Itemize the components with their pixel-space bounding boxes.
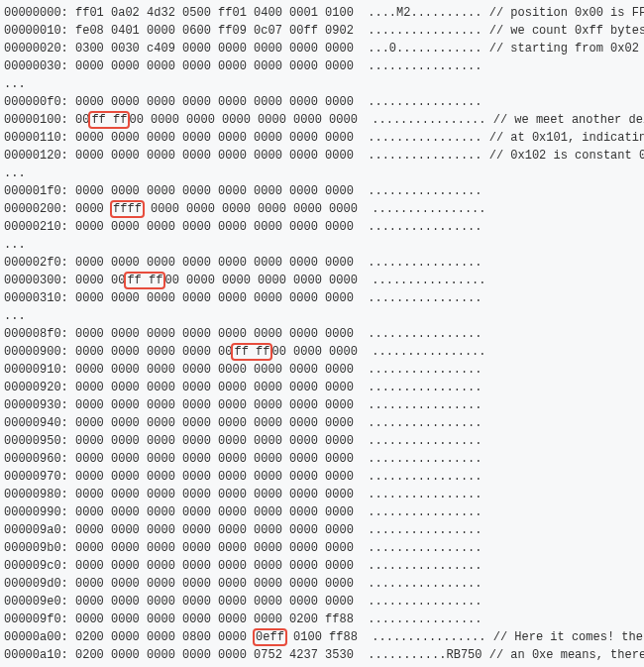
hex-text: 00000940: 0000 0000 0000 0000 0000 0000 … bbox=[4, 416, 482, 430]
hex-text: 00000990: 0000 0000 0000 0000 0000 0000 … bbox=[4, 505, 482, 519]
hexdump-line: ... bbox=[4, 165, 644, 182]
hex-text: 00000010: fe08 0401 0000 0600 ff09 0c07 … bbox=[4, 24, 644, 38]
hexdump-line: 000008f0: 0000 0000 0000 0000 0000 0000 … bbox=[4, 325, 644, 343]
hex-text: 00000100: 00 bbox=[4, 113, 89, 127]
hex-text: ... bbox=[4, 309, 26, 323]
hexdump-line: 00000100: 00ff ff00 0000 0000 0000 0000 … bbox=[4, 111, 644, 129]
hexdump-line: 00000020: 0300 0030 c409 0000 0000 0000 … bbox=[4, 40, 644, 57]
hexdump-line: 00000010: fe08 0401 0000 0600 ff09 0c07 … bbox=[4, 22, 644, 40]
hex-text: 000009a0: 0000 0000 0000 0000 0000 0000 … bbox=[4, 523, 482, 537]
hexdump-line: 00000a00: 0200 0000 0000 0800 0000 0eff … bbox=[4, 628, 644, 646]
highlight-delimiter: ff ff bbox=[124, 272, 165, 289]
hex-text: 00000020: 0300 0030 c409 0000 0000 0000 … bbox=[4, 42, 639, 56]
highlight-delimiter: ff ff bbox=[231, 343, 272, 361]
hex-text: 00000a10: 0200 0000 0000 0000 0000 0752 … bbox=[4, 648, 644, 662]
hex-text: ... bbox=[4, 167, 26, 180]
hexdump-line: 00000940: 0000 0000 0000 0000 0000 0000 … bbox=[4, 414, 644, 432]
hexdump-line: 000000f0: 0000 0000 0000 0000 0000 0000 … bbox=[4, 93, 644, 111]
hexdump-line: 00000930: 0000 0000 0000 0000 0000 0000 … bbox=[4, 396, 644, 414]
hexdump-line: 00000900: 0000 0000 0000 0000 00ff ff00 … bbox=[4, 343, 644, 361]
hexdump-line: 00000920: 0000 0000 0000 0000 0000 0000 … bbox=[4, 379, 644, 396]
hex-text: 000008f0: 0000 0000 0000 0000 0000 0000 … bbox=[4, 327, 482, 341]
hex-text: 000009d0: 0000 0000 0000 0000 0000 0000 … bbox=[4, 577, 482, 591]
hex-text: 00000310: 0000 0000 0000 0000 0000 0000 … bbox=[4, 291, 482, 305]
hexdump-line: ... bbox=[4, 307, 644, 325]
hexdump-line: 00000000: ff01 0a02 4d32 0500 ff01 0400 … bbox=[4, 4, 644, 22]
hex-text: 00000980: 0000 0000 0000 0000 0000 0000 … bbox=[4, 488, 482, 501]
hexdump-line: 00000980: 0000 0000 0000 0000 0000 0000 … bbox=[4, 486, 644, 503]
hex-text: 00000920: 0000 0000 0000 0000 0000 0000 … bbox=[4, 381, 482, 394]
hexdump-line: 00000310: 0000 0000 0000 0000 0000 0000 … bbox=[4, 289, 644, 307]
hex-text: 00000950: 0000 0000 0000 0000 0000 0000 … bbox=[4, 434, 482, 448]
hexdump-line: 00000200: 0000 ffff 0000 0000 0000 0000 … bbox=[4, 200, 644, 218]
hexdump-line: 000001f0: 0000 0000 0000 0000 0000 0000 … bbox=[4, 182, 644, 200]
hex-text: 000009e0: 0000 0000 0000 0000 0000 0000 … bbox=[4, 595, 482, 609]
hex-text: 00000910: 0000 0000 0000 0000 0000 0000 … bbox=[4, 363, 482, 377]
hexdump-line: 00000970: 0000 0000 0000 0000 0000 0000 … bbox=[4, 468, 644, 486]
highlight-delimiter: ff ff bbox=[88, 111, 130, 129]
hex-text: 00000210: 0000 0000 0000 0000 0000 0000 … bbox=[4, 220, 482, 234]
hex-text: 00000300: 0000 00 bbox=[4, 274, 125, 287]
hex-text: 00000110: 0000 0000 0000 0000 0000 0000 … bbox=[4, 131, 644, 145]
hex-text: 00 0000 0000 ................ bbox=[271, 345, 485, 359]
hex-text: 00000200: 0000 bbox=[4, 202, 111, 216]
hex-text: 00000000: ff01 0a02 4d32 0500 ff01 0400 … bbox=[4, 6, 644, 20]
hexdump-line: 000009c0: 0000 0000 0000 0000 0000 0000 … bbox=[4, 557, 644, 575]
hex-text: 00 0000 0000 0000 0000 0000 0000 .......… bbox=[129, 113, 644, 127]
hex-text: 00000a00: 0200 0000 0000 0800 0000 bbox=[4, 630, 254, 644]
hexdump-line: 00000210: 0000 0000 0000 0000 0000 0000 … bbox=[4, 218, 644, 236]
hexdump-line: 000009e0: 0000 0000 0000 0000 0000 0000 … bbox=[4, 593, 644, 611]
hex-text: 00000030: 0000 0000 0000 0000 0000 0000 … bbox=[4, 59, 482, 73]
hex-text: 00000900: 0000 0000 0000 0000 00 bbox=[4, 345, 232, 359]
hex-text: 00000120: 0000 0000 0000 0000 0000 0000 … bbox=[4, 149, 644, 163]
hex-text: 000000f0: 0000 0000 0000 0000 0000 0000 … bbox=[4, 95, 482, 109]
hexdump-line: 00000300: 0000 00ff ff00 0000 0000 0000 … bbox=[4, 272, 644, 289]
hex-text: 000001f0: 0000 0000 0000 0000 0000 0000 … bbox=[4, 184, 482, 198]
hex-text: 0000 0000 0000 0000 0000 0000 ..........… bbox=[144, 202, 486, 216]
highlight-delimiter: 0eff bbox=[253, 628, 287, 646]
hexdump-line: 000009b0: 0000 0000 0000 0000 0000 0000 … bbox=[4, 539, 644, 557]
hexdump-line: 00000110: 0000 0000 0000 0000 0000 0000 … bbox=[4, 129, 644, 147]
hex-text: 00000960: 0000 0000 0000 0000 0000 0000 … bbox=[4, 452, 482, 466]
hexdump-line: 00000910: 0000 0000 0000 0000 0000 0000 … bbox=[4, 361, 644, 379]
hexdump-line: 00000a10: 0200 0000 0000 0000 0000 0752 … bbox=[4, 646, 644, 664]
hex-text: 000002f0: 0000 0000 0000 0000 0000 0000 … bbox=[4, 256, 482, 270]
highlight-delimiter: ffff bbox=[110, 200, 145, 218]
hexdump-line: ... bbox=[4, 75, 644, 93]
hex-text: 00000930: 0000 0000 0000 0000 0000 0000 … bbox=[4, 398, 482, 412]
hexdump-line: 00000120: 0000 0000 0000 0000 0000 0000 … bbox=[4, 147, 644, 165]
hex-text: ... bbox=[4, 238, 26, 252]
hexdump-line: ... bbox=[4, 236, 644, 254]
hex-text: 000009c0: 0000 0000 0000 0000 0000 0000 … bbox=[4, 559, 482, 573]
hexdump-line: 000009d0: 0000 0000 0000 0000 0000 0000 … bbox=[4, 575, 644, 593]
hexdump-line: 00000030: 0000 0000 0000 0000 0000 0000 … bbox=[4, 57, 644, 75]
hex-text: 000009f0: 0000 0000 0000 0000 0000 0000 … bbox=[4, 612, 482, 626]
hexdump-line: 000009f0: 0000 0000 0000 0000 0000 0000 … bbox=[4, 611, 644, 628]
hexdump-line: 00000960: 0000 0000 0000 0000 0000 0000 … bbox=[4, 450, 644, 468]
hex-text: ... bbox=[4, 77, 26, 91]
hexdump-line: 000002f0: 0000 0000 0000 0000 0000 0000 … bbox=[4, 254, 644, 272]
hexdump-line: 00000990: 0000 0000 0000 0000 0000 0000 … bbox=[4, 503, 644, 521]
hexdump-line: 000009a0: 0000 0000 0000 0000 0000 0000 … bbox=[4, 521, 644, 539]
hexdump-line: 00000950: 0000 0000 0000 0000 0000 0000 … bbox=[4, 432, 644, 450]
hex-text: 00000970: 0000 0000 0000 0000 0000 0000 … bbox=[4, 470, 482, 484]
hex-text: 00 0000 0000 0000 0000 0000 ............… bbox=[164, 274, 485, 287]
hex-text: 000009b0: 0000 0000 0000 0000 0000 0000 … bbox=[4, 541, 482, 555]
hexdump-output: 00000000: ff01 0a02 4d32 0500 ff01 0400 … bbox=[4, 4, 644, 667]
hex-text: 0100 ff88 ................ // Here it co… bbox=[286, 630, 644, 644]
